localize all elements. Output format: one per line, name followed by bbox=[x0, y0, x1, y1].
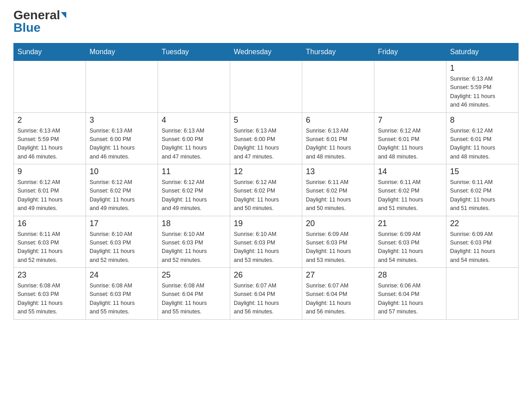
calendar-cell: 26Sunrise: 6:07 AM Sunset: 6:04 PM Dayli… bbox=[230, 268, 302, 320]
calendar-cell: 17Sunrise: 6:10 AM Sunset: 6:03 PM Dayli… bbox=[86, 216, 158, 268]
day-info: Sunrise: 6:11 AM Sunset: 6:02 PM Dayligh… bbox=[450, 178, 515, 213]
day-number: 8 bbox=[450, 116, 515, 125]
weekday-header-friday: Friday bbox=[374, 43, 446, 61]
day-info: Sunrise: 6:08 AM Sunset: 6:04 PM Dayligh… bbox=[162, 282, 226, 317]
logo-blue-text: Blue bbox=[13, 21, 41, 34]
day-number: 10 bbox=[90, 167, 154, 176]
calendar-cell: 14Sunrise: 6:11 AM Sunset: 6:02 PM Dayli… bbox=[374, 164, 446, 216]
calendar-cell: 21Sunrise: 6:09 AM Sunset: 6:03 PM Dayli… bbox=[374, 216, 446, 268]
week-row-2: 2Sunrise: 6:13 AM Sunset: 5:59 PM Daylig… bbox=[14, 112, 519, 164]
week-row-1: 1Sunrise: 6:13 AM Sunset: 5:59 PM Daylig… bbox=[14, 61, 519, 113]
day-info: Sunrise: 6:06 AM Sunset: 6:04 PM Dayligh… bbox=[378, 282, 442, 317]
day-number: 15 bbox=[450, 167, 515, 176]
day-number: 1 bbox=[450, 64, 515, 73]
day-number: 18 bbox=[162, 219, 226, 228]
calendar-cell: 28Sunrise: 6:06 AM Sunset: 6:04 PM Dayli… bbox=[374, 268, 446, 320]
day-number: 16 bbox=[17, 219, 82, 228]
weekday-header-monday: Monday bbox=[86, 43, 158, 61]
day-info: Sunrise: 6:10 AM Sunset: 6:03 PM Dayligh… bbox=[162, 230, 226, 265]
day-info: Sunrise: 6:07 AM Sunset: 6:04 PM Dayligh… bbox=[306, 282, 370, 317]
calendar-cell bbox=[446, 268, 519, 320]
calendar-cell bbox=[14, 61, 86, 113]
calendar-cell: 12Sunrise: 6:12 AM Sunset: 6:02 PM Dayli… bbox=[230, 164, 302, 216]
calendar-cell: 5Sunrise: 6:13 AM Sunset: 6:00 PM Daylig… bbox=[230, 112, 302, 164]
day-number: 12 bbox=[234, 167, 298, 176]
day-number: 17 bbox=[90, 219, 154, 228]
day-number: 28 bbox=[378, 270, 442, 280]
day-number: 9 bbox=[17, 167, 82, 176]
day-info: Sunrise: 6:13 AM Sunset: 5:59 PM Dayligh… bbox=[17, 127, 82, 162]
calendar-cell: 19Sunrise: 6:10 AM Sunset: 6:03 PM Dayli… bbox=[230, 216, 302, 268]
day-info: Sunrise: 6:10 AM Sunset: 6:03 PM Dayligh… bbox=[234, 230, 298, 265]
calendar-header-row: SundayMondayTuesdayWednesdayThursdayFrid… bbox=[14, 43, 519, 61]
day-info: Sunrise: 6:11 AM Sunset: 6:02 PM Dayligh… bbox=[306, 178, 370, 213]
day-number: 24 bbox=[90, 270, 154, 280]
day-number: 20 bbox=[306, 219, 370, 228]
day-number: 19 bbox=[234, 219, 298, 228]
calendar-cell: 18Sunrise: 6:10 AM Sunset: 6:03 PM Dayli… bbox=[158, 216, 230, 268]
calendar-cell: 16Sunrise: 6:11 AM Sunset: 6:03 PM Dayli… bbox=[14, 216, 86, 268]
calendar-cell: 4Sunrise: 6:13 AM Sunset: 6:00 PM Daylig… bbox=[158, 112, 230, 164]
calendar-cell: 22Sunrise: 6:09 AM Sunset: 6:03 PM Dayli… bbox=[446, 216, 519, 268]
day-number: 14 bbox=[378, 167, 442, 176]
day-info: Sunrise: 6:09 AM Sunset: 6:03 PM Dayligh… bbox=[450, 230, 515, 265]
logo-general-text: General bbox=[13, 9, 66, 21]
weekday-header-thursday: Thursday bbox=[302, 43, 374, 61]
week-row-4: 16Sunrise: 6:11 AM Sunset: 6:03 PM Dayli… bbox=[14, 216, 519, 268]
day-info: Sunrise: 6:12 AM Sunset: 6:02 PM Dayligh… bbox=[90, 178, 154, 213]
calendar-cell: 23Sunrise: 6:08 AM Sunset: 6:03 PM Dayli… bbox=[14, 268, 86, 320]
day-info: Sunrise: 6:13 AM Sunset: 5:59 PM Dayligh… bbox=[450, 75, 515, 110]
day-info: Sunrise: 6:10 AM Sunset: 6:03 PM Dayligh… bbox=[90, 230, 154, 265]
day-info: Sunrise: 6:13 AM Sunset: 6:00 PM Dayligh… bbox=[90, 127, 154, 162]
week-row-5: 23Sunrise: 6:08 AM Sunset: 6:03 PM Dayli… bbox=[14, 268, 519, 320]
logo-arrow-icon bbox=[61, 12, 66, 18]
calendar-cell: 2Sunrise: 6:13 AM Sunset: 5:59 PM Daylig… bbox=[14, 112, 86, 164]
calendar-cell: 15Sunrise: 6:11 AM Sunset: 6:02 PM Dayli… bbox=[446, 164, 519, 216]
weekday-header-saturday: Saturday bbox=[446, 43, 519, 61]
calendar-cell: 13Sunrise: 6:11 AM Sunset: 6:02 PM Dayli… bbox=[302, 164, 374, 216]
week-row-3: 9Sunrise: 6:12 AM Sunset: 6:01 PM Daylig… bbox=[14, 164, 519, 216]
day-info: Sunrise: 6:12 AM Sunset: 6:01 PM Dayligh… bbox=[450, 127, 515, 162]
day-number: 6 bbox=[306, 116, 370, 125]
calendar-table: SundayMondayTuesdayWednesdayThursdayFrid… bbox=[13, 43, 519, 320]
calendar-cell: 7Sunrise: 6:12 AM Sunset: 6:01 PM Daylig… bbox=[374, 112, 446, 164]
calendar-cell: 8Sunrise: 6:12 AM Sunset: 6:01 PM Daylig… bbox=[446, 112, 519, 164]
day-info: Sunrise: 6:08 AM Sunset: 6:03 PM Dayligh… bbox=[17, 282, 82, 317]
day-number: 2 bbox=[17, 116, 82, 125]
calendar-cell: 1Sunrise: 6:13 AM Sunset: 5:59 PM Daylig… bbox=[446, 61, 519, 113]
day-info: Sunrise: 6:12 AM Sunset: 6:01 PM Dayligh… bbox=[378, 127, 442, 162]
calendar-cell: 3Sunrise: 6:13 AM Sunset: 6:00 PM Daylig… bbox=[86, 112, 158, 164]
day-number: 4 bbox=[162, 116, 226, 125]
day-number: 23 bbox=[17, 270, 82, 280]
calendar-cell: 10Sunrise: 6:12 AM Sunset: 6:02 PM Dayli… bbox=[86, 164, 158, 216]
day-info: Sunrise: 6:08 AM Sunset: 6:03 PM Dayligh… bbox=[90, 282, 154, 317]
calendar-cell bbox=[86, 61, 158, 113]
calendar-cell bbox=[302, 61, 374, 113]
day-number: 22 bbox=[450, 219, 515, 228]
day-info: Sunrise: 6:09 AM Sunset: 6:03 PM Dayligh… bbox=[378, 230, 442, 265]
logo: General Blue bbox=[13, 9, 66, 34]
day-info: Sunrise: 6:11 AM Sunset: 6:03 PM Dayligh… bbox=[17, 230, 82, 265]
day-info: Sunrise: 6:12 AM Sunset: 6:01 PM Dayligh… bbox=[17, 178, 82, 213]
calendar-cell: 25Sunrise: 6:08 AM Sunset: 6:04 PM Dayli… bbox=[158, 268, 230, 320]
day-number: 21 bbox=[378, 219, 442, 228]
calendar-cell: 20Sunrise: 6:09 AM Sunset: 6:03 PM Dayli… bbox=[302, 216, 374, 268]
day-number: 25 bbox=[162, 270, 226, 280]
day-info: Sunrise: 6:12 AM Sunset: 6:02 PM Dayligh… bbox=[162, 178, 226, 213]
day-number: 5 bbox=[234, 116, 298, 125]
calendar-cell: 11Sunrise: 6:12 AM Sunset: 6:02 PM Dayli… bbox=[158, 164, 230, 216]
day-info: Sunrise: 6:12 AM Sunset: 6:02 PM Dayligh… bbox=[234, 178, 298, 213]
day-info: Sunrise: 6:13 AM Sunset: 6:00 PM Dayligh… bbox=[234, 127, 298, 162]
day-number: 13 bbox=[306, 167, 370, 176]
day-number: 3 bbox=[90, 116, 154, 125]
day-info: Sunrise: 6:11 AM Sunset: 6:02 PM Dayligh… bbox=[378, 178, 442, 213]
day-number: 26 bbox=[234, 270, 298, 280]
weekday-header-wednesday: Wednesday bbox=[230, 43, 302, 61]
weekday-header-sunday: Sunday bbox=[14, 43, 86, 61]
day-info: Sunrise: 6:07 AM Sunset: 6:04 PM Dayligh… bbox=[234, 282, 298, 317]
day-number: 27 bbox=[306, 270, 370, 280]
calendar-cell: 9Sunrise: 6:12 AM Sunset: 6:01 PM Daylig… bbox=[14, 164, 86, 216]
calendar-cell bbox=[230, 61, 302, 113]
day-info: Sunrise: 6:13 AM Sunset: 6:01 PM Dayligh… bbox=[306, 127, 370, 162]
day-number: 7 bbox=[378, 116, 442, 125]
